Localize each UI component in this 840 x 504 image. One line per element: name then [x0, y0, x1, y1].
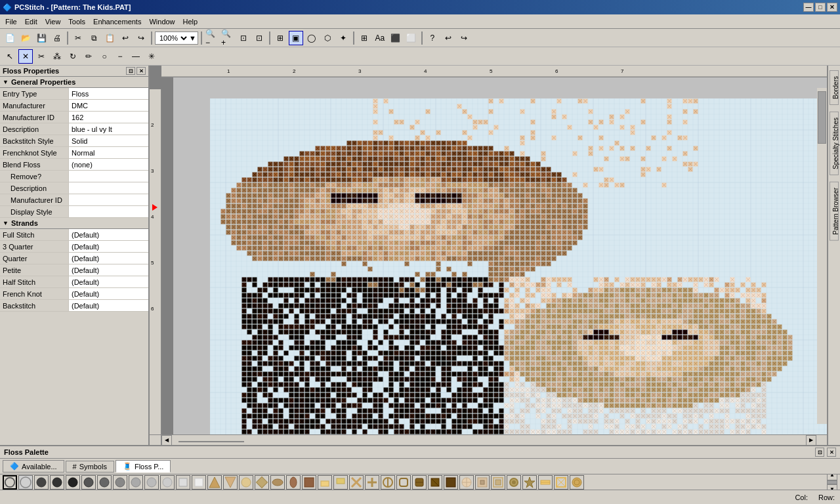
menu-help[interactable]: Help — [179, 16, 202, 27]
floss-swatch-14[interactable] — [239, 475, 253, 490]
select-oval-button[interactable]: ◯ — [304, 31, 319, 45]
tab-available[interactable]: 🔷 Available... — [3, 460, 64, 472]
menu-window[interactable]: Window — [145, 16, 178, 27]
select-magic-button[interactable]: ✦ — [336, 31, 350, 45]
floss-swatch-6[interactable] — [113, 475, 127, 490]
floss-swatch-3[interactable] — [66, 475, 80, 490]
maximize-button[interactable]: □ — [815, 3, 826, 12]
draw-cross-button[interactable]: ✕ — [18, 49, 33, 64]
floss-swatch-29[interactable] — [475, 475, 490, 490]
specialty-stitches-tab[interactable]: Specialty Stitches — [830, 112, 839, 175]
scroll-thumb-v[interactable] — [818, 91, 826, 144]
undo-button[interactable]: ↩ — [118, 31, 133, 45]
draw-pencil-button[interactable]: ✏ — [81, 49, 96, 64]
floss-swatch-27[interactable] — [444, 475, 458, 490]
floss-swatch-32[interactable] — [522, 475, 537, 490]
floss-swatch-17[interactable] — [286, 475, 301, 490]
scroll-thumb-h[interactable] — [178, 441, 244, 442]
floss-swatch-selected[interactable] — [3, 475, 17, 490]
floss-swatch-8[interactable] — [144, 475, 159, 490]
floss-swatch-16[interactable] — [270, 475, 285, 490]
new-button[interactable]: 📄 — [3, 31, 17, 45]
draw-star-button[interactable]: ✳ — [144, 49, 159, 64]
zoom-fit-button[interactable]: ⊡ — [236, 31, 251, 45]
floss-swatch-12[interactable] — [207, 475, 222, 490]
panel-close-button[interactable]: ✕ — [136, 67, 146, 75]
scrollbar-horizontal[interactable]: ◀ ▶ — [161, 435, 816, 445]
draw-rotate-button[interactable]: ↻ — [66, 49, 80, 64]
palette-float-button[interactable]: ⊡ — [815, 448, 824, 457]
palette-scroll-up[interactable]: ▲ — [827, 474, 837, 480]
borders-tab[interactable]: Borders — [830, 70, 839, 105]
floss-swatch-11[interactable] — [192, 475, 206, 490]
strands-section[interactable]: ▼ Strands — [0, 218, 148, 229]
floss-swatch-7[interactable] — [129, 475, 143, 490]
open-button[interactable]: 📂 — [18, 31, 33, 45]
palette-scroll-down[interactable]: ▼ — [827, 484, 837, 490]
cut-button[interactable]: ✂ — [71, 31, 85, 45]
floss-swatch-15[interactable] — [255, 475, 269, 490]
floss-swatch-28[interactable] — [459, 475, 474, 490]
floss-swatch-18[interactable] — [302, 475, 316, 490]
zoom-out-button[interactable]: 🔍− — [205, 31, 219, 45]
blank-view-button[interactable]: ⬜ — [404, 31, 419, 45]
draw-pointer-button[interactable]: ↖ — [3, 49, 17, 64]
select-rect-button[interactable]: ▣ — [289, 31, 303, 45]
floss-swatch-4[interactable] — [81, 475, 96, 490]
zoom-100-button[interactable]: ⊡ — [252, 31, 266, 45]
menu-enhancements[interactable]: Enhancements — [89, 16, 145, 27]
zoom-control[interactable]: 25% 50% 75% 100% 150% 200% ▼ — [155, 32, 198, 45]
floss-swatch-21[interactable] — [349, 475, 364, 490]
floss-swatch-35[interactable] — [570, 475, 584, 490]
copy-button[interactable]: ⧉ — [87, 31, 101, 45]
scroll-left-button[interactable]: ◀ — [161, 435, 172, 446]
pattern-browser-tab[interactable]: Pattern Browser — [830, 182, 839, 241]
stitch-view-button[interactable]: ⊞ — [357, 31, 371, 45]
select-lasso-button[interactable]: ⬡ — [320, 31, 335, 45]
floss-swatch-2[interactable] — [50, 475, 64, 490]
floss-swatch-24[interactable] — [396, 475, 411, 490]
draw-minus-button[interactable]: — — [129, 49, 143, 64]
save-button[interactable]: 💾 — [34, 31, 49, 45]
scrollbar-vertical[interactable]: ▲ ▼ — [816, 77, 827, 434]
color-view-button[interactable]: ⬛ — [388, 31, 403, 45]
panel-float-button[interactable]: ⊡ — [126, 67, 135, 75]
print-button[interactable]: 🖨 — [50, 31, 64, 45]
tab-floss-palette[interactable]: 🧵 Floss P... — [116, 460, 171, 472]
floss-swatch-33[interactable] — [538, 475, 553, 490]
menu-edit[interactable]: Edit — [21, 16, 41, 27]
floss-swatch-31[interactable] — [507, 475, 521, 490]
floss-swatch-30[interactable] — [491, 475, 505, 490]
floss-swatch-34[interactable] — [554, 475, 568, 490]
floss-swatch-22[interactable] — [365, 475, 379, 490]
symbol-view-button[interactable]: Aa — [373, 31, 387, 45]
floss-swatch-1[interactable] — [34, 475, 49, 490]
help-button[interactable]: ? — [425, 31, 440, 45]
draw-magic-button[interactable]: ⁂ — [50, 49, 64, 64]
floss-swatch-13[interactable] — [223, 475, 238, 490]
floss-swatch-0[interactable] — [18, 475, 33, 490]
floss-swatch-26[interactable] — [428, 475, 442, 490]
redo2-button[interactable]: ↪ — [457, 31, 471, 45]
minimize-button[interactable]: — — [803, 3, 814, 12]
close-button[interactable]: ✕ — [827, 3, 837, 12]
pattern-canvas[interactable] — [173, 77, 827, 434]
palette-scrollbar[interactable]: ▲ ▼ — [827, 474, 837, 490]
draw-fill-button[interactable]: − — [113, 49, 127, 64]
redo-button[interactable]: ↪ — [134, 31, 148, 45]
floss-swatch-23[interactable] — [381, 475, 395, 490]
floss-swatch-19[interactable] — [318, 475, 332, 490]
general-properties-section[interactable]: ▼ General Properties — [0, 77, 148, 88]
floss-swatch-5[interactable] — [97, 475, 112, 490]
undo2-button[interactable]: ↩ — [441, 31, 455, 45]
draw-circle-button[interactable]: ○ — [97, 49, 112, 64]
draw-scissors-button[interactable]: ✂ — [34, 49, 49, 64]
stitch-canvas[interactable] — [173, 77, 827, 434]
paste-button[interactable]: 📋 — [102, 31, 117, 45]
tab-symbols[interactable]: # Symbols — [66, 461, 114, 472]
floss-swatch-20[interactable] — [333, 475, 348, 490]
floss-swatch-25[interactable] — [412, 475, 427, 490]
floss-swatch-9[interactable] — [160, 475, 175, 490]
menu-view[interactable]: View — [41, 16, 65, 27]
menu-file[interactable]: File — [1, 16, 21, 27]
